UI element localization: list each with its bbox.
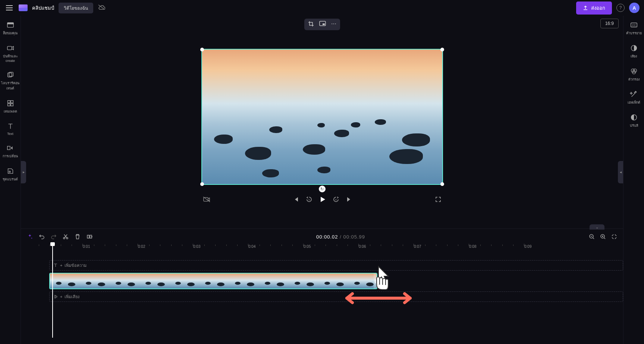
text-track[interactable]: + เพิ่มข้อความ: [27, 260, 623, 271]
tab-my-videos[interactable]: วิดีโอของฉัน: [59, 3, 93, 13]
sidebar-item-label: ตัวกรอง: [628, 77, 640, 82]
video-track[interactable]: ‖ ‖: [27, 273, 623, 289]
timeline-collapse-button[interactable]: ⌄: [590, 224, 604, 230]
sidebar-item-record[interactable]: บันทึกและ create: [0, 43, 21, 63]
center-area: ⋯ 16:9: [21, 16, 623, 344]
svg-rect-7: [7, 104, 10, 106]
svg-rect-5: [7, 101, 10, 103]
video-preview-frame[interactable]: ↻: [201, 49, 443, 185]
skip-start-icon[interactable]: [293, 196, 299, 202]
delete-icon[interactable]: [75, 234, 81, 240]
fullscreen-icon[interactable]: [435, 196, 442, 203]
app-logo-icon: [19, 4, 28, 11]
audio-track-label: เพิ่มเสียง: [65, 293, 79, 300]
zoom-fit-icon[interactable]: [611, 234, 617, 240]
svg-rect-12: [323, 23, 325, 25]
sidebar-item-label: คำบรรยาย: [626, 31, 642, 36]
sidebar-item-effects[interactable]: เอฟเฟ็กต์: [623, 89, 644, 106]
app-title: คลิปแชมป์: [32, 4, 54, 12]
more-icon[interactable]: ⋯: [331, 21, 336, 28]
user-avatar[interactable]: A: [629, 3, 640, 13]
pip-icon[interactable]: [319, 21, 326, 28]
cut-icon[interactable]: [63, 234, 69, 240]
ruler-mark: 0:06: [359, 244, 366, 249]
svg-rect-2: [7, 46, 12, 50]
export-button[interactable]: ส่งออก: [576, 1, 612, 15]
sidebar-item-label: เสียง: [631, 54, 637, 59]
svg-text:5: 5: [308, 199, 310, 201]
resize-handle-tr[interactable]: [440, 48, 444, 51]
svg-point-10: [9, 171, 10, 173]
sidebar-item-filters[interactable]: ตัวกรอง: [623, 66, 644, 83]
right-sidebar-expand[interactable]: ◂: [618, 161, 623, 183]
sidebar-item-brandkit[interactable]: ชุดแบรนด์: [0, 166, 21, 183]
sidebar-item-label: ไลบรารีคอนเทนต์: [1, 81, 20, 91]
undo-icon[interactable]: [39, 234, 45, 240]
app-header: คลิปแชมป์ วิดีโอของฉัน ส่งออก ? A: [0, 0, 644, 16]
play-button[interactable]: [319, 196, 326, 203]
svg-rect-8: [10, 104, 13, 106]
zoom-out-icon[interactable]: [589, 234, 595, 240]
sidebar-item-label: ปรับสี: [630, 123, 638, 128]
resize-handle-tl[interactable]: [200, 48, 204, 51]
ruler-mark: 0:05: [304, 244, 311, 249]
timeline-ruler[interactable]: 0:010:020:030:040:050:060:070:080:09: [27, 244, 623, 253]
skip-end-icon[interactable]: [346, 196, 352, 202]
rewind-icon[interactable]: 5: [306, 196, 312, 203]
camera-off-icon[interactable]: [203, 196, 210, 202]
sidebar-item-label: การเปลี่ยน: [3, 154, 18, 159]
menu-button[interactable]: [4, 4, 14, 12]
ruler-mark: 0:04: [248, 244, 255, 249]
svg-rect-18: [87, 235, 89, 238]
clip-trim-right[interactable]: ‖: [374, 274, 377, 288]
playhead[interactable]: [52, 244, 53, 338]
split-icon[interactable]: [87, 234, 92, 240]
header-left: คลิปแชมป์ วิดีโอของฉัน: [4, 3, 105, 13]
crop-icon[interactable]: [308, 21, 314, 28]
sidebar-item-audio[interactable]: เสียง: [623, 43, 644, 60]
timeline-timecode: 00:00.02 / 00:05.99: [316, 234, 365, 240]
svg-text:CC: CC: [632, 23, 636, 27]
timeline-section: ⌄ 00:00.02 / 00:05.99: [21, 228, 623, 344]
aspect-ratio-button[interactable]: 16:9: [600, 19, 619, 28]
sidebar-item-text[interactable]: Text: [0, 121, 21, 136]
ruler-mark: 0:03: [193, 244, 200, 249]
svg-rect-6: [10, 101, 13, 103]
ruler-mark: 0:08: [469, 244, 476, 249]
sidebar-item-captions[interactable]: CC คำบรรยาย: [623, 20, 644, 37]
svg-text:5: 5: [335, 199, 337, 201]
sidebar-item-media[interactable]: สื่อของคุณ: [0, 20, 21, 37]
resize-handle-br[interactable]: [440, 182, 444, 186]
redo-icon[interactable]: [51, 234, 57, 240]
zoom-in-icon[interactable]: [600, 234, 606, 240]
sidebar-item-transitions[interactable]: การเปลี่ยน: [0, 143, 21, 160]
preview-area: ⋯ 16:9: [21, 16, 623, 228]
left-sidebar: สื่อของคุณ บันทึกและ create ไลบรารีคอนเท…: [0, 16, 21, 344]
rotate-handle[interactable]: ↻: [319, 186, 326, 192]
header-right: ส่งออก ? A: [576, 1, 640, 15]
svg-rect-1: [7, 23, 13, 25]
ruler-mark: 0:02: [138, 244, 145, 249]
magic-icon[interactable]: [27, 234, 33, 240]
audio-track[interactable]: + เพิ่มเสียง: [27, 291, 623, 302]
right-sidebar: CC คำบรรยาย เสียง ตัวกรอง เอฟเฟ็กต์ ปรับ…: [623, 16, 644, 344]
sidebar-item-templates[interactable]: เทมเพลต: [0, 98, 21, 115]
cloud-off-icon[interactable]: [98, 4, 105, 12]
sidebar-item-label: Text: [7, 132, 13, 136]
sidebar-item-label: บันทึกและ create: [3, 54, 18, 63]
video-clip[interactable]: ‖ ‖: [49, 273, 377, 289]
sidebar-item-color[interactable]: ปรับสี: [623, 113, 644, 129]
ruler-mark: 0:09: [524, 244, 531, 249]
resize-handle-bl[interactable]: [200, 182, 204, 186]
text-track-label: เพิ่มข้อความ: [65, 262, 87, 269]
sidebar-item-label: สื่อของคุณ: [3, 31, 18, 36]
video-content: [202, 50, 442, 184]
svg-rect-13: [204, 198, 208, 201]
forward-icon[interactable]: 5: [333, 196, 339, 203]
current-time: 00:00.02: [316, 234, 338, 240]
help-button[interactable]: ?: [616, 4, 625, 12]
timeline-tracks: + เพิ่มข้อความ ‖ ‖: [21, 260, 623, 302]
ruler-mark: 0:01: [83, 244, 90, 249]
sidebar-item-label: เทมเพลต: [4, 109, 17, 114]
sidebar-item-library[interactable]: ไลบรารีคอนเทนต์: [0, 70, 21, 92]
